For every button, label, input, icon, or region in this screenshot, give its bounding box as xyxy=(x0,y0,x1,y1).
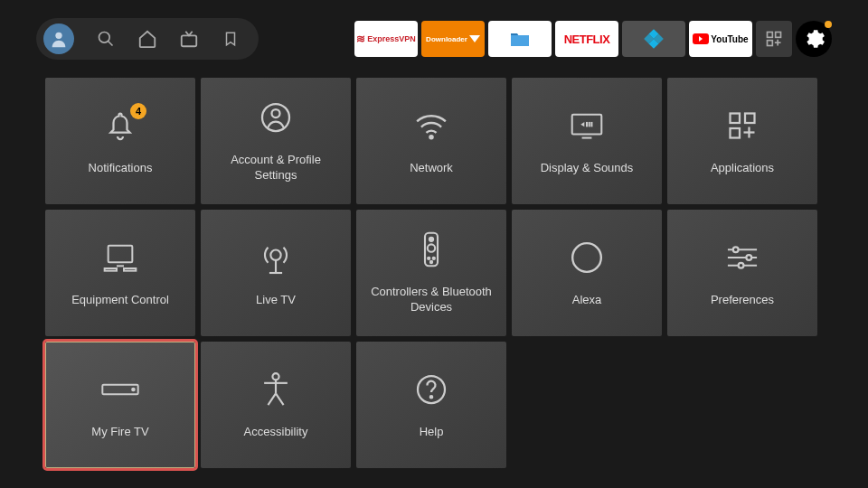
svg-point-10 xyxy=(272,109,280,117)
svg-rect-6 xyxy=(768,41,773,46)
app-netflix[interactable]: NETFLIX xyxy=(555,21,618,57)
settings-button[interactable] xyxy=(796,21,832,57)
live-button[interactable] xyxy=(179,29,199,49)
svg-rect-4 xyxy=(768,33,773,38)
bookmark-icon xyxy=(222,30,239,48)
svg-rect-19 xyxy=(731,128,741,138)
card-label: My Fire TV xyxy=(91,425,148,440)
svg-point-50 xyxy=(430,396,432,398)
svg-point-33 xyxy=(433,258,435,259)
gear-icon xyxy=(802,27,826,51)
card-label: Network xyxy=(410,161,453,176)
settings-card-bell[interactable]: Notifications4 xyxy=(45,78,195,204)
card-label: Controllers & Bluetooth Devices xyxy=(365,285,497,315)
card-label: Account & Profile Settings xyxy=(210,153,342,183)
app-label: YouTube xyxy=(711,34,748,44)
svg-point-31 xyxy=(428,245,435,252)
settings-card-profile[interactable]: Account & Profile Settings xyxy=(201,78,351,204)
svg-point-0 xyxy=(55,33,61,39)
card-label: Display & Sounds xyxy=(541,161,634,176)
card-label: Equipment Control xyxy=(71,293,169,308)
settings-card-help[interactable]: Help xyxy=(356,342,506,468)
nav-pill xyxy=(36,18,259,60)
apps-icon xyxy=(723,107,761,145)
settings-card-livetv[interactable]: Live TV xyxy=(201,210,351,336)
folder-icon xyxy=(508,30,532,48)
home-icon xyxy=(137,29,157,49)
settings-card-firetv[interactable]: My Fire TV xyxy=(45,342,195,468)
equipment-icon xyxy=(101,239,139,277)
svg-point-43 xyxy=(132,388,135,390)
card-label: Alexa xyxy=(572,293,602,308)
svg-rect-18 xyxy=(745,113,755,123)
svg-point-34 xyxy=(430,261,432,263)
accessibility-icon xyxy=(257,371,295,408)
help-icon xyxy=(412,371,450,408)
bookmark-button[interactable] xyxy=(221,29,241,49)
svg-rect-3 xyxy=(182,35,197,46)
app-expressvpn[interactable]: ≋ExpressVPN xyxy=(354,21,418,57)
card-label: Accessibility xyxy=(244,425,308,440)
livetv-icon xyxy=(257,239,295,277)
settings-card-controller[interactable]: Controllers & Bluetooth Devices xyxy=(356,210,506,336)
svg-rect-5 xyxy=(776,33,781,38)
app-youtube[interactable]: YouTube xyxy=(689,21,752,57)
app-kodi[interactable] xyxy=(622,21,685,57)
svg-rect-25 xyxy=(124,268,136,271)
app-es-explorer[interactable] xyxy=(488,21,552,57)
card-label: Applications xyxy=(711,161,774,176)
tv-icon xyxy=(179,29,199,49)
search-icon xyxy=(97,30,115,48)
profile-button[interactable] xyxy=(43,23,74,54)
settings-card-display[interactable]: Display & Sounds xyxy=(512,78,662,204)
home-button[interactable] xyxy=(137,29,157,49)
settings-card-equipment[interactable]: Equipment Control xyxy=(45,210,195,336)
app-label: Downloader xyxy=(426,35,467,43)
app-downloader[interactable]: Downloader xyxy=(421,21,485,57)
svg-rect-17 xyxy=(731,113,741,123)
app-shortcuts: ≋ExpressVPN Downloader NETFLIX YouTube xyxy=(354,21,832,57)
svg-point-35 xyxy=(572,243,601,272)
settings-card-accessibility[interactable]: Accessibility xyxy=(201,342,351,468)
svg-rect-22 xyxy=(108,245,133,262)
apps-grid-icon xyxy=(765,30,783,48)
svg-point-11 xyxy=(429,136,432,138)
profile-icon xyxy=(257,99,295,136)
svg-point-37 xyxy=(733,247,739,252)
svg-line-2 xyxy=(108,42,113,46)
top-navigation: ≋ExpressVPN Downloader NETFLIX YouTube xyxy=(0,0,868,78)
svg-point-41 xyxy=(739,262,744,267)
settings-notification-dot xyxy=(825,21,832,28)
apps-more-button[interactable] xyxy=(756,21,792,57)
settings-card-alexa[interactable]: Alexa xyxy=(512,210,662,336)
card-label: Help xyxy=(420,425,444,440)
settings-grid: Notifications4Account & Profile Settings… xyxy=(0,78,868,468)
notification-badge: 4 xyxy=(130,103,146,119)
svg-line-47 xyxy=(268,393,276,405)
svg-rect-24 xyxy=(105,268,117,271)
wifi-icon xyxy=(412,107,450,145)
svg-point-30 xyxy=(429,238,433,241)
card-label: Live TV xyxy=(256,293,296,308)
alexa-icon xyxy=(568,239,606,277)
display-icon xyxy=(568,107,606,145)
svg-point-39 xyxy=(746,255,751,260)
profile-icon xyxy=(49,29,69,49)
kodi-icon xyxy=(642,27,665,51)
settings-card-sliders[interactable]: Preferences xyxy=(667,210,817,336)
svg-point-1 xyxy=(99,33,110,43)
card-label: Notifications xyxy=(89,161,153,176)
card-label: Preferences xyxy=(711,293,774,308)
settings-card-wifi[interactable]: Network xyxy=(356,78,506,204)
svg-point-26 xyxy=(270,249,280,259)
app-label: NETFLIX xyxy=(564,33,610,46)
sliders-icon xyxy=(723,239,761,277)
svg-point-32 xyxy=(428,258,429,259)
firetv-icon xyxy=(101,371,139,408)
svg-line-48 xyxy=(276,393,284,405)
settings-card-apps[interactable]: Applications xyxy=(667,78,817,204)
svg-point-44 xyxy=(272,373,278,380)
download-arrow-icon xyxy=(469,35,480,42)
app-label: ExpressVPN xyxy=(367,34,416,43)
search-button[interactable] xyxy=(96,29,116,49)
